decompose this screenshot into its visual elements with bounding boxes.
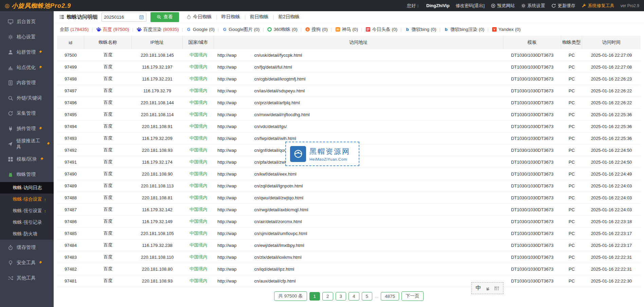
url-prefix: http://wap <box>217 267 236 272</box>
cell-ip: 220.181.108.91 <box>132 121 183 132</box>
censored-domain <box>236 64 254 70</box>
tab-2daysago-label: 前2日蜘蛛 <box>278 14 300 20</box>
spiral-logo-icon: ◎ <box>5 2 10 9</box>
sidebar-subitem-4[interactable]: 蜘蛛·强引记录 <box>0 217 54 228</box>
cell-template: DT1030/1030DT3673 <box>503 73 561 85</box>
pin-icon <box>38 260 42 265</box>
sidebar-item-2[interactable]: 核心设置 <box>0 29 54 44</box>
update-cache-link[interactable]: 更新缓存 <box>551 3 575 9</box>
view-button[interactable]: 查看 <box>150 12 179 22</box>
sidebar-item-13[interactable]: 安全工具 <box>0 255 54 270</box>
url-path: cn/air/detail/zorcmx.html <box>254 219 302 224</box>
cell-template: DT1030/1030DT3673 <box>503 228 561 239</box>
sidebar-subitem-3[interactable]: 蜘蛛·强引设置↑ <box>0 205 54 217</box>
cell-visit-time: 2025-01-16 22:26:23 <box>582 73 641 85</box>
cell-visit-time: 2025-01-16 22:23:17 <box>582 228 641 239</box>
hand-cursor-icon[interactable] <box>485 286 490 291</box>
table-row: 97482百度220.181.108.80中国境内http://wapcn/iq… <box>57 263 641 275</box>
page-button-1[interactable]: 1 <box>309 292 320 301</box>
sidebar-item-3[interactable]: 站群管理 <box>0 44 54 60</box>
cell-ip: 116.179.32.197 <box>132 61 183 73</box>
cell-id: 97481 <box>57 275 84 287</box>
ime-tools-icon[interactable] <box>494 286 499 291</box>
preview-site-link[interactable]: 预览网站 <box>491 3 515 9</box>
cell-id: 97493 <box>57 132 84 144</box>
search-plus-icon <box>157 15 161 19</box>
cell-region: 中国境内 <box>183 109 214 120</box>
sidebar-item-9[interactable]: 链接推送工具 <box>0 136 54 151</box>
ime-language-bar[interactable]: 中 <box>471 282 503 294</box>
sidebar-item-1[interactable]: 后台首页 <box>0 14 54 29</box>
cell-url: http://wapcn/ias/detail/sdspeyu.html <box>214 85 503 96</box>
filter-label: 神马 <box>342 26 351 33</box>
cell-visit-time: 2025-01-16 22:26:22 <box>582 97 641 108</box>
sidebar-subitem-2[interactable]: 蜘蛛·综合设置↑ <box>0 194 54 205</box>
sidebar-item-8[interactable]: 插件管理 <box>0 121 54 136</box>
cell-ip: 116.179.32.79 <box>132 85 183 96</box>
filter-百度渲染[interactable]: 百度渲染(80935) <box>137 26 179 33</box>
filter-全部[interactable]: 全部(178435) <box>60 26 89 33</box>
cell-spider-name: 百度 <box>84 144 132 156</box>
filter-separator: | <box>218 27 219 32</box>
tab-separator: | <box>216 14 217 20</box>
cell-template: DT1030/1030DT3673 <box>503 156 561 168</box>
cell-spider-type: PC <box>561 61 582 73</box>
tab-daybefore-spider[interactable]: 前日蜘蛛 <box>250 14 269 20</box>
filter-微软bing渲染[interactable]: b微软bing渲染(0) <box>444 26 484 33</box>
cell-ip: 220.181.108.114 <box>132 109 183 120</box>
filter-微软bing[interactable]: b微软bing(0) <box>405 26 436 33</box>
page-button-2[interactable]: 2 <box>322 292 333 301</box>
page-button-5[interactable]: 5 <box>362 292 373 301</box>
ime-chinese-label[interactable]: 中 <box>476 285 481 292</box>
filter-Google图片[interactable]: GGoogle图片(0) <box>222 26 260 33</box>
system-settings-link[interactable]: 系统设置 <box>521 3 545 9</box>
cell-region: 中国境内 <box>183 251 214 263</box>
cell-template: DT1030/1030DT3673 <box>503 121 561 132</box>
cell-spider-type: PC <box>561 216 582 227</box>
page-button-3[interactable]: 3 <box>336 292 346 301</box>
tab-2daysago-spider[interactable]: 前2日蜘蛛 <box>278 14 300 20</box>
filter-神马[interactable]: 神神马(0) <box>335 26 358 33</box>
cell-id: 97483 <box>57 251 84 263</box>
page-button-4[interactable]: 4 <box>348 292 359 301</box>
next-page-button[interactable]: 下一页 <box>401 291 424 301</box>
repair-tools-link[interactable]: 系统修复工具 <box>582 3 614 9</box>
column-header-7: 蜘蛛类型 <box>561 36 582 49</box>
tab-yesterday-spider[interactable]: 昨日蜘蛛 <box>221 14 240 20</box>
sidebar-item-7[interactable]: 采集管理 <box>0 106 54 121</box>
sidebar-item-label: 内容管理 <box>17 80 36 86</box>
sidebar-submenu: 蜘蛛·访问日志蜘蛛·综合设置↑蜘蛛·强引设置↑蜘蛛·强引记录蜘蛛·防火墙 <box>0 182 54 240</box>
cell-url: http://wapcn/zlx/detail/ioxkmv.html <box>214 251 503 263</box>
filter-今日头条[interactable]: 今日头条(0) <box>365 26 397 33</box>
cell-template: DT1030/1030DT3673 <box>503 97 561 108</box>
filter-百度[interactable]: 百度(97500) <box>96 26 129 33</box>
tab-today-spider[interactable]: 今日蜘蛛 <box>186 14 212 20</box>
sidebar-subitem-5[interactable]: 蜘蛛·防火墙 <box>0 228 54 240</box>
censored-domain <box>236 277 254 284</box>
sidebar-item-11[interactable]: 蜘蛛管理 <box>0 167 54 182</box>
sidebar-item-10[interactable]: 模板/区块 <box>0 151 54 167</box>
cell-id: 97486 <box>57 216 84 227</box>
calendar-icon[interactable] <box>139 15 144 20</box>
sidebar-subitem-1[interactable]: 蜘蛛·访问日志 <box>0 182 54 194</box>
url-prefix: http://wap <box>217 53 236 58</box>
date-input[interactable] <box>104 15 139 20</box>
page-button-last[interactable]: 4875 <box>381 292 399 301</box>
filter-Google[interactable]: GGoogle(0) <box>186 27 215 32</box>
cell-ip: 220.181.108.93 <box>132 144 183 156</box>
sidebar-item-4[interactable]: 站点优化 <box>0 60 54 75</box>
change-password-link[interactable]: 修改密码[退出] <box>455 3 484 9</box>
sidebar-item-label: 核心设置 <box>17 34 36 40</box>
cell-url: http://wapcn/iqd/detail/ipz.html <box>214 263 503 275</box>
sidebar-item-6[interactable]: 外链/关键词 <box>0 90 54 106</box>
sidebar-item-14[interactable]: 其他工具 <box>0 270 54 286</box>
filter-搜狗[interactable]: S搜狗(0) <box>305 26 328 33</box>
cell-id: 97488 <box>57 192 84 203</box>
filter-Yandex[interactable]: YYandex(0) <box>492 27 521 32</box>
sogou-icon: S <box>305 27 310 32</box>
sidebar-item-12[interactable]: 缓存管理 <box>0 240 54 255</box>
sidebar-item-5[interactable]: 内容管理 <box>0 75 54 90</box>
table-row: 97497百度116.179.32.79中国境内http://wapcn/ias… <box>57 85 641 97</box>
filter-360蜘蛛[interactable]: 360蜘蛛(0) <box>267 26 298 33</box>
cell-ip: 220.181.108.90 <box>132 168 183 180</box>
